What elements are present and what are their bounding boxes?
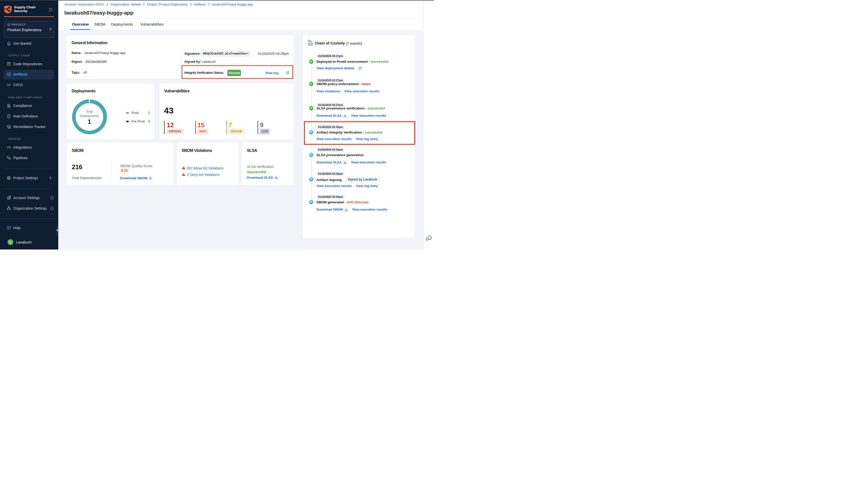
svg-text:?: ? (8, 227, 9, 229)
